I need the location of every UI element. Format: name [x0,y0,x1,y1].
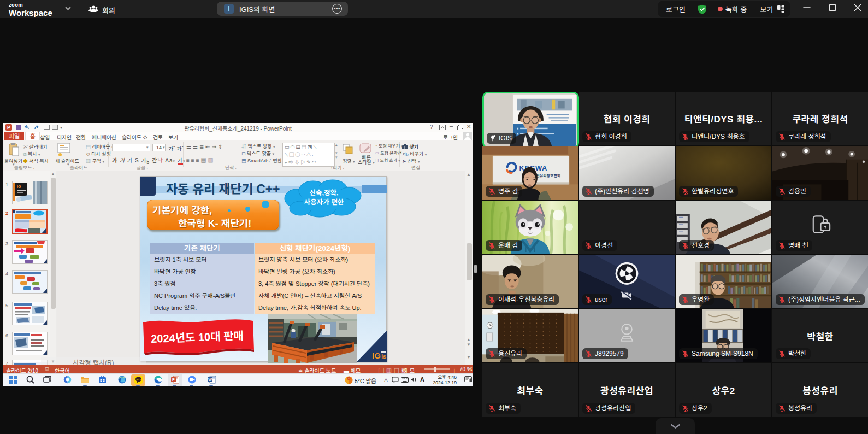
svg-text:P: P [172,377,175,382]
svg-text:IG: IG [372,351,381,360]
svg-text:사용자가 편한: 사용자가 편한 [304,198,344,206]
svg-text:판유리창호협회: 판유리창호협회 [536,173,560,178]
svg-text:TALK: TALK [136,378,141,381]
svg-text:신속,정확,: 신속,정확, [310,189,339,197]
svg-text:IG: IG [17,185,21,189]
svg-text:W: W [208,378,212,382]
svg-text:is: is [381,353,386,360]
